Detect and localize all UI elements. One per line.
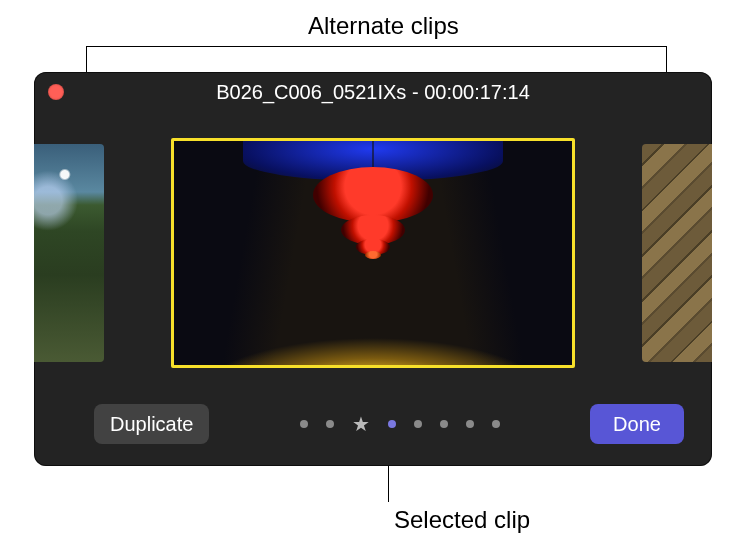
thumbnail-image <box>642 144 712 362</box>
duplicate-button[interactable]: Duplicate <box>94 404 209 444</box>
done-button[interactable]: Done <box>590 404 684 444</box>
pager-star-icon[interactable]: ★ <box>352 414 370 434</box>
alternate-clip-right[interactable] <box>642 144 712 362</box>
pager-dot[interactable] <box>300 420 308 428</box>
pager-dot[interactable] <box>326 420 334 428</box>
pager-dot[interactable] <box>492 420 500 428</box>
thumbnail-image <box>34 144 104 362</box>
clip-filmstrip <box>34 112 712 392</box>
window-title: B026_C006_0521IXs - 00:00:17:14 <box>78 81 668 104</box>
thumbnail-image <box>174 141 572 365</box>
selected-clip[interactable] <box>171 138 575 368</box>
pager-dot[interactable] <box>414 420 422 428</box>
alternate-clip-left[interactable] <box>34 144 104 362</box>
pager-dot[interactable] <box>388 420 396 428</box>
callout-line <box>86 46 388 47</box>
close-icon[interactable] <box>48 84 64 100</box>
audition-window: B026_C006_0521IXs - 00:00:17:14 Duplicat… <box>34 72 712 466</box>
footer-bar: Duplicate ★ Done <box>34 392 712 466</box>
page-indicator: ★ <box>209 414 590 434</box>
pager-dot[interactable] <box>440 420 448 428</box>
callout-alternate-clips: Alternate clips <box>308 12 459 40</box>
pager-dot[interactable] <box>466 420 474 428</box>
callout-selected-clip: Selected clip <box>394 506 530 534</box>
callout-line <box>388 46 666 47</box>
titlebar: B026_C006_0521IXs - 00:00:17:14 <box>34 72 712 112</box>
